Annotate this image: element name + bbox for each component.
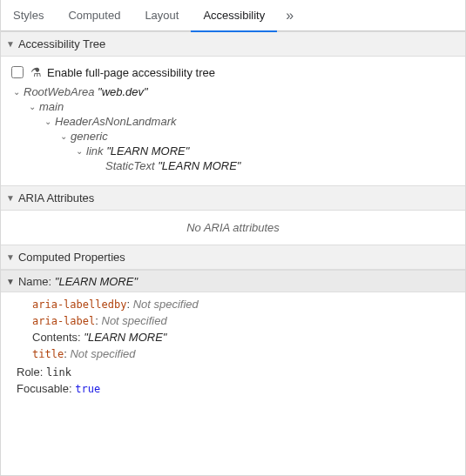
chevrons-right-icon: » [286, 8, 294, 23]
twisty-icon: ⌄ [76, 146, 86, 156]
computed-focusable: Focusable: true [1, 380, 465, 397]
section-aria-header[interactable]: ▼ ARIA Attributes [1, 185, 465, 211]
tab-computed[interactable]: Computed [56, 0, 132, 30]
computed-name-row[interactable]: ▼ Name: "LEARN MORE" [1, 270, 465, 292]
accessibility-tree-body: ⚗ Enable full-page accessibility tree ⌄R… [1, 57, 465, 185]
aria-empty-message: No ARIA attributes [1, 211, 465, 245]
section-title: Computed Properties [18, 251, 125, 264]
accessibility-tree: ⌄RootWebArea "web.dev" ⌄main ⌄HeaderAsNo… [4, 84, 462, 180]
accessibility-panel: Styles Computed Layout Accessibility » ▼… [0, 0, 466, 476]
disclosure-triangle-icon: ▼ [6, 39, 15, 49]
twisty-icon: ⌄ [44, 117, 55, 126]
prop-title: title: Not specified [1, 345, 465, 362]
enable-full-page-row: ⚗ Enable full-page accessibility tree [4, 62, 462, 84]
tab-overflow-button[interactable]: » [277, 8, 302, 23]
computed-role: Role: link [1, 364, 465, 380]
tab-layout[interactable]: Layout [132, 0, 191, 30]
flask-icon: ⚗ [30, 65, 42, 79]
tabs-bar: Styles Computed Layout Accessibility » [1, 0, 465, 31]
prop-aria-label: aria-label: Not specified [1, 312, 465, 329]
enable-full-page-label: Enable full-page accessibility tree [47, 66, 215, 79]
tree-node-header[interactable]: ⌄HeaderAsNonLandmark [44, 114, 462, 129]
disclosure-triangle-icon: ▼ [6, 252, 15, 262]
enable-full-page-checkbox[interactable] [11, 66, 24, 78]
tree-node-link[interactable]: ⌄link "LEARN MORE" [76, 144, 462, 158]
section-title: ARIA Attributes [18, 191, 94, 204]
section-computed-header[interactable]: ▼ Computed Properties [1, 245, 465, 270]
tab-styles[interactable]: Styles [1, 0, 56, 30]
prop-contents: Contents: "LEARN MORE" [1, 329, 465, 345]
disclosure-triangle-icon: ▼ [6, 277, 15, 286]
tree-node-main[interactable]: ⌄main [29, 99, 462, 114]
section-title: Accessibility Tree [18, 37, 105, 50]
tab-accessibility[interactable]: Accessibility [191, 0, 277, 32]
disclosure-triangle-icon: ▼ [6, 193, 15, 203]
twisty-icon: ⌄ [29, 102, 39, 111]
section-accessibility-tree-header[interactable]: ▼ Accessibility Tree [1, 31, 465, 57]
computed-name-sources: aria-labelledby: Not specified aria-labe… [1, 292, 465, 364]
tree-node-static-text[interactable]: ⌄StaticText "LEARN MORE" [95, 158, 462, 173]
twisty-icon: ⌄ [60, 131, 71, 141]
twisty-icon: ⌄ [13, 87, 24, 97]
tree-node-generic[interactable]: ⌄generic [60, 129, 462, 144]
prop-aria-labelledby: aria-labelledby: Not specified [1, 296, 465, 312]
tree-node-root[interactable]: ⌄RootWebArea "web.dev" [13, 84, 462, 99]
